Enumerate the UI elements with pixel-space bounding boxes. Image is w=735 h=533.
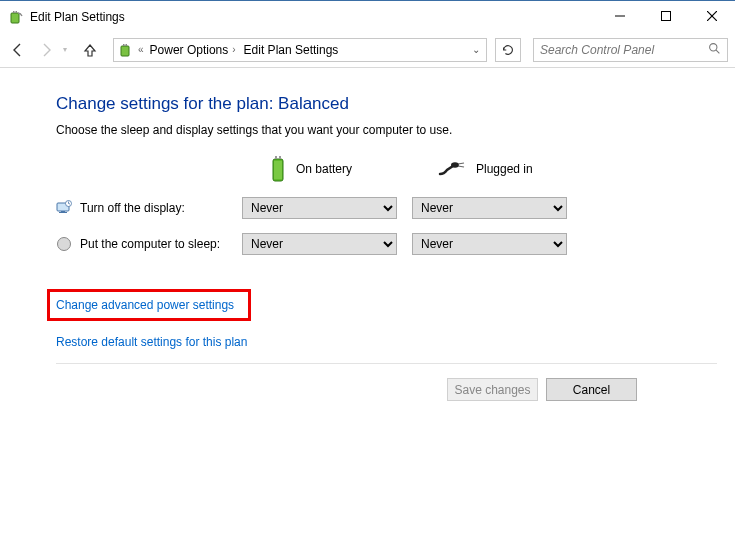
restore-defaults-link[interactable]: Restore default settings for this plan — [56, 335, 247, 349]
svg-point-16 — [451, 162, 459, 168]
sleep-label-text: Put the computer to sleep: — [80, 237, 220, 251]
up-button[interactable] — [79, 39, 101, 61]
svg-point-10 — [710, 43, 717, 50]
minimize-button[interactable] — [597, 1, 643, 31]
cancel-button[interactable]: Cancel — [546, 378, 637, 401]
display-timeout-label: Turn off the display: — [56, 200, 242, 216]
svg-rect-9 — [126, 44, 128, 46]
close-button[interactable] — [689, 1, 735, 31]
sleep-icon — [56, 236, 72, 252]
on-battery-label: On battery — [296, 162, 352, 176]
advanced-settings-link[interactable]: Change advanced power settings — [47, 289, 251, 321]
svg-rect-7 — [121, 46, 129, 56]
display-battery-select[interactable]: Never — [242, 197, 397, 219]
breadcrumb-item-1: Power Options — [150, 43, 229, 57]
sleep-plugged-select[interactable]: Never — [412, 233, 567, 255]
svg-line-11 — [716, 50, 719, 53]
sleep-timeout-label: Put the computer to sleep: — [56, 236, 242, 252]
maximize-button[interactable] — [643, 1, 689, 31]
save-button[interactable]: Save changes — [447, 378, 538, 401]
address-bar[interactable]: « Power Options › Edit Plan Settings ⌄ — [113, 38, 487, 62]
window: Edit Plan Settings ▾ — [0, 0, 735, 533]
search-input[interactable]: Search Control Panel — [533, 38, 728, 62]
display-label-text: Turn off the display: — [80, 201, 185, 215]
chevron-right-icon: › — [232, 44, 235, 55]
display-icon — [56, 200, 72, 216]
page-subtitle: Choose the sleep and display settings th… — [56, 123, 717, 137]
column-headers: On battery Plugged in — [56, 155, 717, 183]
svg-line-18 — [458, 166, 464, 167]
power-options-icon — [8, 9, 24, 25]
svg-rect-21 — [59, 212, 67, 213]
search-icon — [708, 42, 721, 58]
footer-buttons: Save changes Cancel — [56, 378, 717, 401]
on-battery-header: On battery — [242, 155, 412, 183]
divider — [56, 363, 717, 364]
svg-rect-15 — [274, 161, 282, 179]
sleep-battery-select[interactable]: Never — [242, 233, 397, 255]
navigation-bar: ▾ « Power Options › Edit Plan Settings ⌄… — [0, 32, 735, 68]
titlebar: Edit Plan Settings — [0, 1, 735, 32]
plugged-in-label: Plugged in — [476, 162, 533, 176]
forward-button[interactable] — [35, 39, 57, 61]
control-panel-icon — [118, 42, 134, 58]
plug-icon — [438, 160, 468, 178]
svg-line-17 — [458, 163, 464, 164]
breadcrumb-power-options[interactable]: Power Options › — [148, 43, 238, 57]
svg-point-25 — [58, 238, 71, 251]
svg-rect-0 — [11, 13, 19, 23]
svg-rect-13 — [275, 156, 277, 159]
search-placeholder: Search Control Panel — [540, 43, 708, 57]
content-area: Change settings for the plan: Balanced C… — [0, 68, 735, 533]
display-timeout-row: Turn off the display: Never Never — [56, 197, 717, 219]
svg-rect-1 — [13, 11, 15, 13]
breadcrumb-root-chevron[interactable]: « — [138, 44, 144, 55]
svg-rect-8 — [123, 44, 125, 46]
svg-line-24 — [69, 204, 71, 205]
window-title: Edit Plan Settings — [30, 10, 597, 24]
svg-rect-4 — [662, 12, 671, 21]
refresh-button[interactable] — [495, 38, 521, 62]
links-area: Change advanced power settings Restore d… — [56, 289, 717, 349]
svg-rect-14 — [279, 156, 281, 159]
svg-rect-2 — [16, 11, 18, 13]
display-plugged-select[interactable]: Never — [412, 197, 567, 219]
window-controls — [597, 1, 735, 32]
sleep-timeout-row: Put the computer to sleep: Never Never — [56, 233, 717, 255]
page-title: Change settings for the plan: Balanced — [56, 94, 717, 114]
history-dropdown[interactable]: ▾ — [63, 45, 73, 54]
svg-rect-20 — [61, 211, 65, 212]
breadcrumb-edit-plan[interactable]: Edit Plan Settings — [242, 43, 341, 57]
breadcrumb-item-2: Edit Plan Settings — [244, 43, 339, 57]
address-dropdown[interactable]: ⌄ — [466, 44, 486, 55]
plugged-in-header: Plugged in — [412, 160, 582, 178]
battery-icon — [268, 155, 288, 183]
back-button[interactable] — [7, 39, 29, 61]
